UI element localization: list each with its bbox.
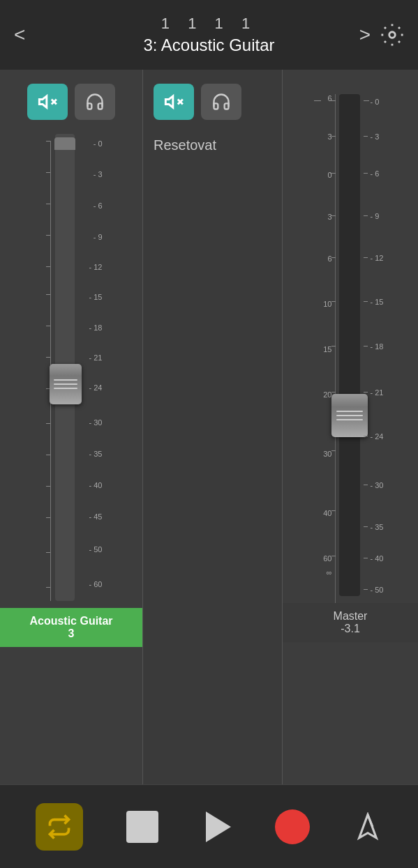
scale-40: - 40 [89, 481, 103, 489]
channel-name: Acoustic Guitar [7, 615, 135, 627]
channel-strip: - 0 - 3 - 6 - 9 - 12 - 15 - 18 - 21 - 24… [0, 70, 143, 784]
master-fader-track[interactable] [337, 94, 362, 603]
master-right-scale: - 0 - 3 - 6 - 9 - 12 - 15 - 18 - 21 - 24… [364, 94, 390, 603]
forward-button[interactable]: > [359, 24, 371, 46]
channel-fader-area: - 0 - 3 - 6 - 9 - 12 - 15 - 18 - 21 - 24… [0, 134, 142, 608]
scale-21: - 21 [89, 353, 103, 362]
middle-btn-row [154, 84, 271, 120]
svg-line-8 [368, 814, 373, 827]
play-button[interactable] [202, 812, 231, 842]
middle-mute-button[interactable] [154, 84, 194, 120]
record-button[interactable] [275, 809, 310, 844]
play-icon[interactable] [206, 812, 231, 842]
headphone-button[interactable] [75, 84, 115, 120]
master-left-scale: 6 3 0 3 6 10 15 20 30 40 60 ∞ [311, 94, 336, 603]
middle-headphone-button[interactable] [201, 84, 241, 120]
svg-point-0 [389, 32, 396, 38]
header: 1 1 1 1 3: Acoustic Guitar < > [0, 0, 418, 70]
main-content: - 0 - 3 - 6 - 9 - 12 - 15 - 18 - 21 - 24… [0, 70, 418, 784]
channel-scale: - 0 - 3 - 6 - 9 - 12 - 15 - 18 - 21 - 24… [80, 134, 104, 608]
svg-marker-7 [359, 814, 377, 837]
scale-18: - 18 [89, 323, 103, 332]
scale-30: - 30 [89, 418, 103, 427]
mute-button[interactable] [27, 84, 68, 120]
master-label-area: Master -3.1 [283, 603, 418, 642]
loop-icon[interactable] [36, 803, 83, 851]
master-fader-area: 6 3 0 3 6 10 15 20 30 40 60 ∞ [283, 94, 419, 603]
channel-label: Acoustic Guitar 3 [0, 608, 142, 647]
middle-area: Resetovat [143, 70, 282, 784]
back-button[interactable]: < [14, 24, 25, 46]
master-name: Master [290, 610, 411, 623]
header-right-controls: > [359, 23, 404, 47]
metronome-button[interactable] [353, 812, 382, 842]
master-strip: 6 3 0 3 6 10 15 20 30 40 60 ∞ [282, 70, 418, 784]
scale-12: - 12 [89, 263, 103, 271]
scale-45: - 45 [89, 512, 103, 521]
header-title: 3: Acoustic Guitar [143, 36, 274, 55]
record-icon[interactable] [275, 809, 310, 844]
channel-btn-row [27, 84, 115, 120]
master-fader-handle[interactable] [331, 394, 368, 437]
scale-6: - 6 [94, 201, 103, 210]
scale-15: - 15 [89, 293, 103, 301]
scale-3: - 3 [94, 170, 103, 178]
resetovat-label[interactable]: Resetovat [154, 137, 271, 153]
header-numbers: 1 1 1 1 [161, 15, 257, 33]
svg-marker-4 [165, 96, 173, 107]
scale-60: - 60 [89, 580, 103, 588]
scale-50: - 50 [89, 545, 103, 554]
settings-icon[interactable] [380, 23, 404, 47]
stop-button[interactable] [126, 811, 158, 843]
scale-35: - 35 [89, 450, 103, 458]
channel-fader-handle[interactable] [50, 364, 82, 404]
loop-button[interactable] [36, 803, 83, 851]
stop-icon[interactable] [126, 811, 158, 843]
toolbar [0, 784, 418, 868]
scale-9: - 9 [94, 233, 103, 241]
channel-number: 3 [7, 627, 135, 640]
svg-marker-1 [39, 96, 47, 107]
scale-24: - 24 [89, 383, 103, 392]
channel-fader-track[interactable] [54, 134, 77, 608]
metronome-icon[interactable] [353, 812, 382, 842]
scale-0: - 0 [94, 139, 103, 148]
master-value: -3.1 [290, 623, 411, 635]
